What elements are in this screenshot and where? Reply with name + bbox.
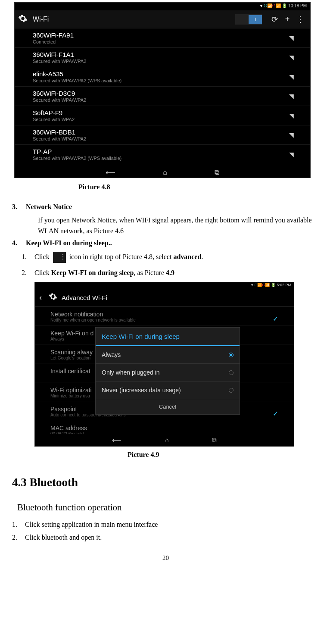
sleep-dialog: Keep Wi-Fi on during sleep Always Only w…	[95, 327, 240, 415]
sub-list-item-1: 1.Click icon in right top of Picture 4.8…	[22, 251, 319, 263]
status-bar: ▾ G📶G📶 🔋 10:18 PM	[15, 3, 310, 10]
back-icon[interactable]: ⟵	[106, 168, 115, 176]
bluetooth-step-1: 1.Click setting application in main menu…	[12, 521, 319, 528]
list-item-3: 3.Network Notice	[12, 203, 319, 211]
wifi-settings-screenshot: ▾ G📶G📶 🔋 10:18 PM Wi-Fi I ⟳ + ⋮ 360WiFi-…	[14, 2, 311, 178]
subsection-heading: Bluetooth function operation	[17, 502, 319, 513]
wifi-signal-icon: ◥	[289, 73, 294, 80]
status-bar: ▾ G📶G📶 🔋 5:02 PM	[35, 282, 294, 289]
item-label: Keep WI-FI on during sleep..	[26, 239, 112, 247]
wifi-signal-icon: ◥	[289, 151, 294, 158]
figure-caption: Picture 4.8	[78, 183, 319, 191]
add-network-icon[interactable]: +	[281, 15, 294, 24]
wifi-name: 360WiFi-F1A1	[33, 51, 86, 58]
wifi-name: 360WiFi-D3C9	[33, 90, 86, 97]
screen-title: Advanced Wi-Fi	[62, 294, 107, 301]
back-icon[interactable]: ⟵	[112, 436, 121, 444]
wifi-row[interactable]: 360WiFi-F1A1Secured with WPA/WPA2◥	[15, 48, 310, 67]
bluetooth-step-2: 2.Click bluetooth and open it.	[12, 534, 319, 541]
settings-gear-icon[interactable]	[18, 14, 28, 25]
home-icon[interactable]: ⌂	[165, 436, 168, 444]
sub-num: 2.	[22, 267, 34, 278]
wifi-status: Secured with WPA/WPA2	[33, 136, 86, 141]
wifi-name: 360WiFi-FA91	[33, 31, 74, 39]
item-label: Network Notice	[26, 203, 72, 210]
body-text: If you open Network Notice, when WIFI si…	[38, 215, 319, 237]
step-text: Click bluetooth and open it.	[25, 534, 102, 541]
wifi-signal-icon: ◥	[289, 54, 294, 61]
page-number: 20	[12, 554, 319, 562]
wifi-status: Secured with WPA/WPA2 (WPS available)	[33, 156, 121, 161]
home-icon[interactable]: ⌂	[163, 169, 167, 176]
status-time: 10:18 PM	[288, 3, 307, 8]
step-text: Click setting application in main menu i…	[25, 521, 158, 528]
wifi-signal-icon: ◥	[289, 131, 294, 138]
list-item-4: 4.Keep WI-FI on during sleep..	[12, 239, 319, 247]
wifi-status: Secured with WPA2	[33, 117, 75, 122]
bold-text: 4.9	[166, 269, 174, 276]
wifi-signal-icon: ◥	[289, 112, 294, 119]
radio-icon	[229, 353, 234, 357]
wifi-list: 360WiFi-FA91Connected◥ 360WiFi-F1A1Secur…	[15, 28, 310, 164]
dialog-option[interactable]: Always	[96, 346, 240, 364]
wifi-name: elink-A535	[33, 70, 121, 78]
recents-icon[interactable]: ⧉	[215, 169, 219, 176]
app-bar: ‹ Advanced Wi-Fi	[35, 289, 294, 306]
wifi-signal-icon: ◥	[289, 34, 294, 41]
refresh-icon[interactable]: ⟳	[268, 15, 281, 24]
overflow-menu-icon	[53, 252, 66, 263]
sub-num: 1.	[22, 251, 34, 263]
item-num: 4.	[12, 239, 26, 247]
row-title: MAC address	[50, 422, 278, 431]
text: icon in right top of Picture 4.8, select	[68, 253, 174, 260]
wifi-toggle[interactable]: I	[235, 14, 262, 25]
wifi-row[interactable]: SoftAP-F9Secured with WPA2◥	[15, 106, 310, 125]
android-nav-bar: ⟵ ⌂ ⧉	[35, 434, 294, 446]
recents-icon[interactable]: ⧉	[212, 436, 217, 444]
item-num: 3.	[12, 203, 26, 211]
option-label: Always	[102, 351, 121, 358]
wifi-name: 360WiFi-BDB1	[33, 128, 86, 136]
wifi-status: Connected	[33, 39, 74, 44]
wifi-signal-icon: ◥	[289, 93, 294, 100]
android-nav-bar: ⟵ ⌂ ⧉	[15, 164, 310, 178]
text: as Picture	[135, 269, 166, 276]
back-icon[interactable]: ‹	[39, 293, 42, 302]
screen-title: Wi-Fi	[33, 16, 235, 23]
wifi-row[interactable]: elink-A535Secured with WPA/WPA2 (WPS ava…	[15, 67, 310, 87]
check-icon: ✓	[273, 410, 278, 418]
status-time: 5:02 PM	[277, 283, 291, 287]
sub-list-item-2: 2.Click Keep WI-FI on during sleep, as P…	[22, 267, 319, 278]
step-num: 1.	[12, 521, 25, 528]
wifi-row[interactable]: 360WiFi-BDB1Secured with WPA/WPA2◥	[15, 125, 310, 145]
wifi-row[interactable]: 360WiFi-D3C9Secured with WPA/WPA2◥	[15, 87, 310, 106]
wifi-status: Secured with WPA/WPA2	[33, 97, 86, 103]
wifi-status: Secured with WPA/WPA2 (WPS available)	[33, 78, 121, 83]
dialog-option[interactable]: Never (increases data usage)	[96, 381, 240, 399]
toggle-on-label: I	[249, 15, 262, 24]
app-bar: Wi-Fi I ⟳ + ⋮	[15, 10, 310, 28]
wifi-row[interactable]: TP-APSecured with WPA/WPA2 (WPS availabl…	[15, 145, 310, 164]
figure-caption: Picture 4.9	[128, 451, 319, 459]
wifi-status: Secured with WPA/WPA2	[33, 59, 86, 64]
cancel-button[interactable]: Cancel	[96, 399, 240, 414]
adv-row[interactable]: Network notificationNotify me when an op…	[35, 306, 294, 325]
text: Click	[34, 253, 51, 260]
advanced-wifi-screenshot: ▾ G📶G📶 🔋 5:02 PM ‹ Advanced Wi-Fi Networ…	[34, 282, 294, 447]
bold-text: Keep WI-FI on during sleep,	[51, 269, 136, 276]
option-label: Never (increases data usage)	[102, 387, 181, 394]
step-num: 2.	[12, 534, 25, 541]
overflow-menu-icon[interactable]: ⋮	[294, 15, 307, 24]
option-label: Only when plugged in	[102, 369, 160, 376]
radio-icon	[229, 370, 234, 375]
section-heading: 4.3 Bluetooth	[12, 476, 319, 489]
wifi-name: TP-AP	[33, 148, 121, 155]
wifi-row[interactable]: 360WiFi-FA91Connected◥	[15, 28, 310, 48]
dialog-title: Keep Wi-Fi on during sleep	[96, 328, 240, 346]
row-title: Network notification	[50, 308, 278, 318]
row-sub: Notify me when an open network is availa…	[50, 318, 278, 322]
settings-gear-icon	[49, 292, 57, 303]
check-icon: ✓	[273, 315, 278, 323]
radio-icon	[229, 388, 234, 393]
dialog-option[interactable]: Only when plugged in	[96, 364, 240, 381]
